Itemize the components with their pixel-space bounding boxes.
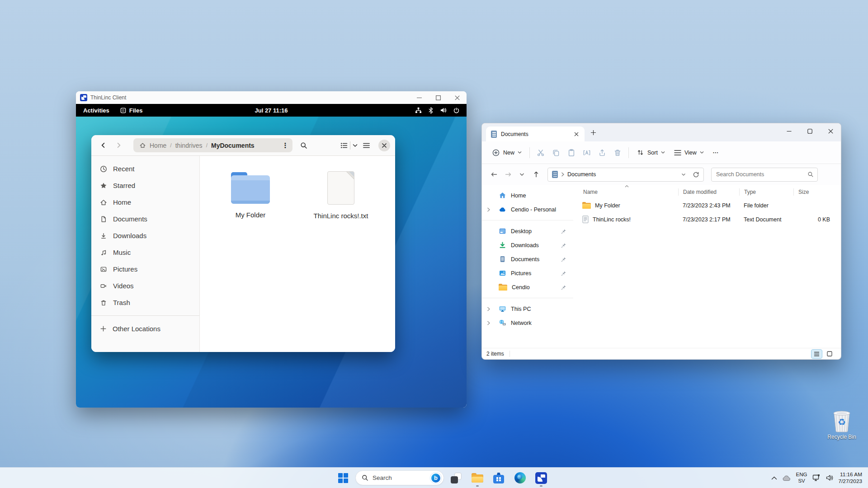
share-button[interactable] — [594, 145, 610, 160]
taskbar-search[interactable]: Search b — [355, 470, 444, 485]
task-view-button[interactable] — [447, 469, 465, 487]
file-explorer-taskbar-button[interactable] — [468, 469, 486, 487]
column-header-type[interactable]: Type — [739, 188, 793, 196]
breadcrumb-menu-button[interactable]: ⋮ — [279, 140, 291, 151]
back-button[interactable] — [488, 169, 500, 181]
breadcrumb-home[interactable]: Home — [150, 142, 166, 149]
sidebar-item-downloads[interactable]: Downloads — [91, 227, 199, 244]
network-wired-icon[interactable] — [415, 107, 422, 113]
sidebar-item-documents[interactable]: Documents — [482, 252, 573, 266]
see-more-button[interactable]: ··· — [708, 145, 723, 160]
gnome-activities-button[interactable]: Activities — [83, 107, 109, 114]
files-close-button[interactable] — [378, 140, 390, 151]
sidebar-item-starred[interactable]: Starred — [91, 177, 199, 194]
view-button[interactable]: View — [670, 145, 708, 160]
delete-button[interactable] — [610, 145, 625, 160]
thinlinc-minimize-button[interactable] — [410, 91, 429, 104]
explorer-minimize-button[interactable] — [778, 123, 799, 139]
edge-button[interactable] — [511, 469, 529, 487]
files-sidebar: Recent Starred Home Documents Downloads … — [91, 156, 200, 352]
power-icon[interactable] — [453, 108, 459, 113]
file-tile-thinlinc-rocks[interactable]: ThinLinc rocks!.txt — [302, 169, 380, 220]
files-hamburger-menu-button[interactable] — [359, 139, 373, 152]
sidebar-item-other-locations[interactable]: Other Locations — [91, 320, 199, 337]
thinlinc-taskbar-button[interactable] — [532, 469, 550, 487]
sidebar-item-downloads[interactable]: Downloads — [482, 238, 573, 252]
new-button[interactable]: New — [487, 145, 526, 160]
onedrive-tray-icon[interactable] — [782, 475, 791, 481]
large-icons-view-toggle[interactable] — [824, 350, 835, 358]
paste-button[interactable] — [564, 145, 579, 160]
details-view-toggle[interactable] — [811, 350, 822, 358]
sort-button[interactable]: Sort — [632, 145, 670, 160]
files-back-button[interactable] — [96, 139, 110, 152]
forward-button[interactable] — [502, 169, 514, 181]
rename-button[interactable] — [579, 145, 594, 160]
bluetooth-icon[interactable] — [429, 107, 433, 114]
explorer-file-list[interactable]: Name Date modified Type Size My Folder 7… — [573, 185, 841, 348]
documents-icon — [499, 255, 506, 263]
sidebar-item-this-pc[interactable]: This PC — [482, 302, 573, 316]
recycle-bin[interactable]: ♻ Recycle Bin — [823, 409, 861, 440]
breadcrumb-thindrives[interactable]: thindrives — [175, 142, 203, 149]
microsoft-store-button[interactable] — [490, 469, 508, 487]
file-row-my-folder[interactable]: My Folder 7/23/2023 2:43 PM File folder — [580, 198, 836, 212]
recent-locations-button[interactable] — [516, 169, 528, 181]
sidebar-item-onedrive[interactable]: Cendio - Personal — [482, 202, 573, 216]
sidebar-item-network[interactable]: Network — [482, 316, 573, 330]
address-dropdown-icon[interactable] — [681, 173, 686, 176]
files-breadcrumb[interactable]: Home / thindrives / MyDocuments ⋮ — [133, 138, 292, 152]
search-input[interactable] — [716, 171, 807, 178]
downloads-icon — [499, 241, 506, 249]
column-header-date-modified[interactable]: Date modified — [678, 188, 739, 196]
thinlinc-titlebar[interactable]: ThinLinc Client — [76, 91, 467, 104]
cut-button[interactable] — [533, 145, 548, 160]
files-forward-button[interactable] — [112, 139, 125, 152]
file-tile-my-folder[interactable]: My Folder — [212, 169, 289, 219]
expand-chevron-icon[interactable] — [487, 207, 490, 212]
sidebar-item-videos[interactable]: Videos — [91, 277, 199, 294]
explorer-maximize-button[interactable] — [799, 123, 820, 139]
copy-button[interactable] — [548, 145, 564, 160]
sidebar-item-home[interactable]: Home — [91, 194, 199, 211]
gnome-files-menu[interactable]: Files — [120, 107, 143, 114]
home-icon — [139, 142, 146, 149]
search-box[interactable] — [711, 168, 818, 182]
sidebar-item-music[interactable]: Music — [91, 244, 199, 261]
network-tray-icon[interactable] — [812, 474, 821, 482]
refresh-icon[interactable] — [693, 171, 699, 178]
up-button[interactable] — [530, 169, 542, 181]
gnome-clock[interactable]: Jul 27 11:16 — [255, 107, 288, 114]
volume-tray-icon[interactable] — [826, 474, 834, 481]
tab-close-button[interactable] — [572, 130, 581, 139]
bing-chat-icon[interactable]: b — [430, 473, 441, 483]
expand-chevron-icon[interactable] — [487, 307, 490, 311]
files-view-toggle[interactable] — [340, 139, 358, 152]
tray-clock[interactable]: 11:16 AM 7/27/2023 — [839, 471, 862, 484]
address-box[interactable]: Documents — [547, 168, 704, 182]
new-tab-button[interactable] — [586, 126, 600, 139]
language-indicator[interactable]: ENGSV — [796, 472, 807, 483]
column-header-size[interactable]: Size — [793, 188, 836, 196]
column-header-name[interactable]: Name — [580, 188, 678, 196]
files-content-area[interactable]: My Folder ThinLinc rocks!.txt — [200, 156, 395, 352]
sidebar-item-recent[interactable]: Recent — [91, 160, 199, 177]
sidebar-item-desktop[interactable]: Desktop — [482, 224, 573, 238]
volume-icon[interactable] — [440, 107, 447, 113]
sidebar-item-documents[interactable]: Documents — [91, 211, 199, 227]
sidebar-item-cendio[interactable]: Cendio — [482, 280, 573, 294]
explorer-close-button[interactable] — [820, 123, 841, 139]
sidebar-item-home[interactable]: Home — [482, 188, 573, 202]
sidebar-item-pictures[interactable]: Pictures — [482, 266, 573, 280]
pictures-icon — [499, 269, 506, 277]
sidebar-item-trash[interactable]: Trash — [91, 294, 199, 311]
expand-chevron-icon[interactable] — [487, 321, 490, 325]
hidden-icons-chevron[interactable] — [771, 476, 777, 480]
files-search-button[interactable] — [297, 139, 311, 152]
start-button[interactable] — [334, 469, 352, 487]
sidebar-item-pictures[interactable]: Pictures — [91, 261, 199, 277]
file-row-thinlinc-rocks[interactable]: ThinLinc rocks! 7/23/2023 2:17 PM Text D… — [580, 212, 836, 226]
thinlinc-close-button[interactable] — [448, 91, 467, 104]
explorer-tab-documents[interactable]: Documents — [486, 127, 585, 141]
thinlinc-maximize-button[interactable] — [429, 91, 448, 104]
